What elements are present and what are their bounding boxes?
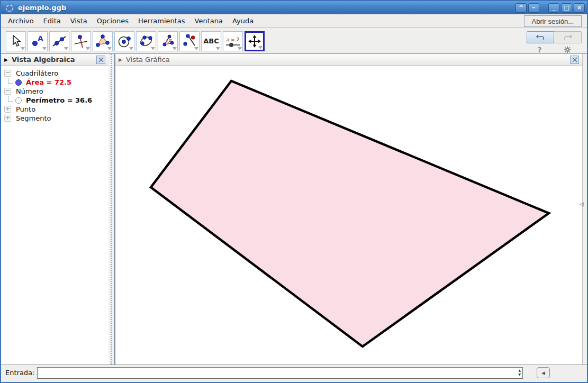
graphics-close-button[interactable] <box>570 56 579 64</box>
circle-center-point-tool[interactable] <box>114 31 134 51</box>
input-help-toggle-button[interactable]: ◀ <box>537 367 550 378</box>
expand-toggle-icon[interactable]: + <box>4 115 11 122</box>
tree-group-label: Número <box>16 87 43 95</box>
ellipse-icon <box>139 34 153 48</box>
graphics-view-header: ▶ Vista Gráfica <box>115 54 582 66</box>
tree-group-segmento[interactable]: + Segmento <box>1 114 108 123</box>
ellipse-tool[interactable] <box>136 31 156 51</box>
panel-menu-arrow-icon[interactable]: ▶ <box>4 57 8 62</box>
collapse-toggle-icon[interactable]: − <box>4 88 11 95</box>
tool-dropdown-arrow[interactable] <box>86 47 90 50</box>
panel-resize-divider[interactable] <box>108 54 115 364</box>
tree-group-label: Cuadrilátero <box>16 69 58 77</box>
menu-archivo[interactable]: Archivo <box>3 15 39 27</box>
algebra-view-header: ▶ Vista Algebraica <box>1 54 108 66</box>
content-area: ▶ Vista Algebraica − Cuadrilátero Área =… <box>1 54 587 364</box>
input-history-spinner[interactable]: ▲ ▼ <box>518 368 521 377</box>
menu-vista[interactable]: Vista <box>66 15 92 27</box>
tool-dropdown-arrow[interactable] <box>21 47 25 50</box>
visibility-marble-empty[interactable] <box>15 97 22 104</box>
menu-ventana[interactable]: Ventana <box>190 15 228 27</box>
input-label: Entrada: <box>5 369 34 377</box>
spinner-down-icon[interactable]: ▼ <box>518 372 521 377</box>
menu-edita[interactable]: Edita <box>39 15 66 27</box>
settings-gear-icon[interactable] <box>564 46 571 53</box>
undo-button[interactable] <box>527 31 554 43</box>
point-icon: A <box>31 34 44 48</box>
line-tool[interactable] <box>49 31 69 51</box>
drawing-surface <box>115 66 584 366</box>
perpendicular-line-tool[interactable] <box>71 31 91 51</box>
close-button[interactable]: × <box>574 3 585 13</box>
tool-dropdown-arrow[interactable] <box>258 46 263 49</box>
spinner-up-icon[interactable]: ▲ <box>518 368 521 372</box>
tool-dropdown-arrow[interactable] <box>151 47 155 50</box>
maximize-button[interactable]: □ <box>561 3 572 13</box>
move-tool[interactable] <box>6 31 26 51</box>
menu-opciones[interactable]: Opciones <box>92 15 133 27</box>
shade-button[interactable]: ^ <box>515 3 527 13</box>
input-bar: Entrada: ▲ ▼ ◀ <box>1 364 587 382</box>
polygon-tool[interactable] <box>93 31 113 51</box>
panel-menu-arrow-icon[interactable]: ▶ <box>119 57 122 62</box>
graphics-canvas[interactable] <box>115 66 582 364</box>
geogebra-window: ejemplo.ggb ^ – _ □ × Archivo Edita Vist… <box>0 0 588 383</box>
login-button[interactable]: Abrir sesión... <box>524 15 582 27</box>
menu-herramientas[interactable]: Herramientas <box>133 15 190 27</box>
text-tool[interactable]: ABC <box>201 31 221 51</box>
redo-button[interactable] <box>554 31 582 43</box>
tool-dropdown-arrow[interactable] <box>238 47 242 50</box>
point-tool[interactable]: A <box>28 31 48 51</box>
toolbar-secondary-icons: ? <box>527 45 582 54</box>
tool-dropdown-arrow[interactable] <box>129 47 133 50</box>
polygon-icon <box>96 34 110 48</box>
minimize-button[interactable]: _ <box>548 3 559 13</box>
tool-dropdown-arrow[interactable] <box>173 47 177 50</box>
help-icon[interactable]: ? <box>537 45 541 54</box>
algebra-tree: − Cuadrilátero Área = 72.5 − Número Perí… <box>1 66 108 364</box>
slider-icon-label: a = 2 <box>227 37 240 42</box>
algebra-close-button[interactable] <box>96 56 105 64</box>
lower-button[interactable]: – <box>528 3 539 13</box>
undo-icon <box>536 34 545 41</box>
tree-group-punto[interactable]: + Punto <box>1 105 108 114</box>
tree-group-label: Segmento <box>16 114 51 122</box>
input-field-wrap: ▲ ▼ <box>37 367 523 379</box>
command-input[interactable] <box>37 367 523 379</box>
tool-dropdown-arrow[interactable] <box>107 47 112 50</box>
tool-dropdown-arrow[interactable] <box>64 47 68 50</box>
menubar: Archivo Edita Vista Opciones Herramienta… <box>1 14 587 28</box>
algebra-view-panel: ▶ Vista Algebraica − Cuadrilátero Área =… <box>1 54 108 364</box>
tool-dropdown-arrow[interactable] <box>194 47 198 50</box>
slider-tool[interactable]: a = 2 <box>223 31 243 51</box>
tree-group-numero[interactable]: − Número <box>1 87 108 96</box>
tree-object-area[interactable]: Área = 72.5 <box>1 78 108 87</box>
move-graphics-view-tool[interactable] <box>245 31 265 51</box>
tool-dropdown-arrow[interactable] <box>216 47 220 50</box>
right-panel-gutter: ◁ <box>582 54 587 364</box>
slider-icon: a = 2 <box>226 37 240 45</box>
close-icon <box>572 57 577 62</box>
geogebra-logo-icon <box>4 3 15 13</box>
tool-dropdown-arrow[interactable] <box>42 47 47 50</box>
tree-group-cuadrilatero[interactable]: − Cuadrilátero <box>1 69 108 78</box>
perpendicular-line-icon <box>74 34 88 48</box>
reflection-tool[interactable] <box>179 31 200 51</box>
angle-tool[interactable]: α <box>158 31 178 51</box>
graphics-view-panel: ▶ Vista Gráfica <box>115 54 582 364</box>
menu-ayuda[interactable]: Ayuda <box>228 15 258 27</box>
expand-toggle-icon[interactable]: + <box>4 106 11 113</box>
tree-object-perimetro[interactable]: Perímetro = 36.6 <box>1 96 108 105</box>
panel-collapse-handle[interactable]: ◁ <box>580 201 584 207</box>
svg-text:A: A <box>38 34 43 43</box>
reflection-icon <box>183 34 196 48</box>
quadrilateral[interactable] <box>151 81 549 346</box>
tree-connector <box>8 78 13 84</box>
collapse-toggle-icon[interactable]: − <box>4 70 11 77</box>
visibility-marble-filled[interactable] <box>15 79 22 86</box>
perimeter-value: Perímetro = 36.6 <box>26 96 92 104</box>
redo-icon <box>563 34 573 41</box>
area-value: Área = 72.5 <box>26 78 71 86</box>
window-title: ejemplo.ggb <box>18 4 514 12</box>
tree-connector <box>8 96 13 102</box>
